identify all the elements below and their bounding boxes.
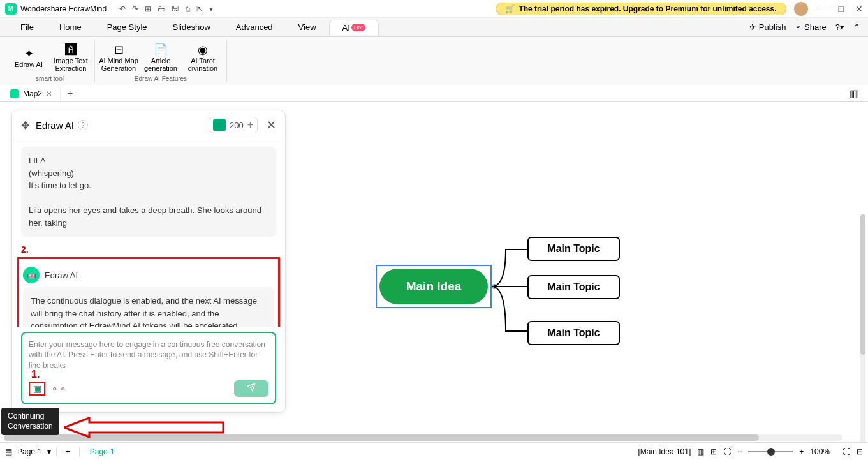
chevron-down-icon: ▾ bbox=[47, 447, 51, 456]
share-button[interactable]: ⚬ Share bbox=[795, 22, 826, 32]
msg-line: (whispering) bbox=[29, 167, 268, 180]
ribbon-group-features: Edraw AI Features bbox=[98, 75, 224, 82]
annotation-arrow bbox=[64, 415, 230, 447]
send-button[interactable] bbox=[234, 380, 268, 397]
token-counter[interactable]: 200 + bbox=[209, 117, 258, 133]
canvas[interactable]: ✥ Edraw AI ? 200 + ✕ LILA (whispering) I… bbox=[0, 102, 868, 440]
view-mode-icon[interactable]: ▥ bbox=[697, 447, 704, 456]
collapse-icon[interactable]: ⊟ bbox=[857, 447, 863, 456]
redo-icon[interactable]: ↷ bbox=[132, 4, 138, 13]
close-panel-icon[interactable]: ✕ bbox=[267, 118, 276, 132]
zoom-in-icon[interactable]: + bbox=[799, 447, 804, 456]
ribbon-group-smart: smart tool bbox=[8, 75, 92, 82]
menu-advanced[interactable]: Advanced bbox=[223, 20, 286, 34]
outline-icon[interactable]: ▤ bbox=[5, 447, 12, 456]
ai-input-box[interactable]: Enter your message here to engage in a c… bbox=[21, 332, 276, 404]
zoom-out-icon[interactable]: − bbox=[737, 447, 742, 456]
tool-edraw-ai[interactable]: ✦Edraw AI bbox=[8, 40, 50, 75]
page-tab[interactable]: Page-1 bbox=[80, 447, 125, 456]
qa-dropdown-icon[interactable]: ▾ bbox=[209, 4, 213, 13]
ai-message-block: LILA (whispering) It's time to let go. L… bbox=[21, 147, 276, 237]
menu-home[interactable]: Home bbox=[47, 20, 94, 34]
main-idea-node[interactable]: Main Idea bbox=[379, 269, 488, 304]
new-icon[interactable]: ⊞ bbox=[145, 4, 151, 13]
fit-icon[interactable]: ⛶ bbox=[723, 447, 731, 456]
export-icon[interactable]: ⇱ bbox=[196, 4, 203, 13]
fullscreen-icon[interactable]: ⛶ bbox=[842, 447, 850, 456]
ai-sender-name: Edraw AI bbox=[45, 271, 78, 280]
app-logo: M bbox=[5, 3, 17, 15]
cart-icon: 🛒 bbox=[505, 4, 515, 13]
zoom-slider[interactable] bbox=[748, 451, 793, 452]
ai-panel-header: ✥ Edraw AI ? 200 + ✕ bbox=[12, 110, 285, 140]
open-icon[interactable]: 🗁 bbox=[158, 4, 165, 13]
user-avatar[interactable] bbox=[794, 2, 808, 16]
doc-tab-label: Map2 bbox=[23, 89, 42, 98]
continuing-conversation-button[interactable]: ▣ bbox=[29, 382, 45, 396]
msg-line: LILA bbox=[29, 154, 268, 167]
grid-icon[interactable]: ⊞ bbox=[710, 447, 717, 456]
help-icon[interactable]: ? bbox=[78, 120, 88, 130]
app-name: Wondershare EdrawMind bbox=[20, 4, 107, 13]
doc-icon bbox=[10, 89, 19, 98]
topic-node[interactable]: Main Topic bbox=[527, 275, 620, 299]
token-badge-icon bbox=[213, 119, 226, 131]
minimize-icon[interactable]: — bbox=[818, 4, 827, 14]
add-tab-button[interactable]: + bbox=[61, 88, 79, 100]
ai-conversation[interactable]: LILA (whispering) It's time to let go. L… bbox=[12, 140, 285, 327]
ribbon: ✦Edraw AI 🅰Image Text Extraction smart t… bbox=[0, 37, 868, 85]
document-tabs: Map2 ✕ + ▥ bbox=[0, 85, 868, 102]
menu-view[interactable]: View bbox=[286, 20, 329, 34]
menu-ai[interactable]: AIHot bbox=[329, 20, 379, 35]
page-label: Page-1 bbox=[17, 447, 42, 456]
tool-article-gen[interactable]: 📄Article generation bbox=[140, 40, 182, 75]
undo-icon[interactable]: ↶ bbox=[119, 4, 126, 13]
print-icon[interactable]: ⎙ bbox=[186, 4, 190, 13]
tool-ai-mindmap[interactable]: ⊟AI Mind Map Generation bbox=[98, 40, 140, 75]
publish-button[interactable]: ✈ Publish bbox=[749, 22, 786, 32]
svg-marker-0 bbox=[64, 418, 223, 437]
menu-page-style[interactable]: Page Style bbox=[94, 20, 160, 34]
msg-line: It's time to let go. bbox=[29, 179, 268, 192]
collapse-ribbon-icon[interactable]: ⌃ bbox=[853, 22, 860, 32]
doc-tab-map2[interactable]: Map2 ✕ bbox=[3, 88, 61, 100]
zoom-value[interactable]: 100% bbox=[810, 447, 830, 456]
system-message: The continuous dialogue is enabled, and … bbox=[23, 287, 274, 327]
tool-image-text[interactable]: 🅰Image Text Extraction bbox=[50, 40, 92, 75]
menu-slideshow[interactable]: Slideshow bbox=[160, 20, 223, 34]
topic-node[interactable]: Main Topic bbox=[527, 237, 620, 261]
hot-badge: Hot bbox=[351, 24, 365, 31]
input-placeholder: Enter your message here to engage in a c… bbox=[29, 339, 268, 371]
tooltip-continuing-conversation: Continuing Conversation bbox=[1, 408, 59, 435]
move-icon[interactable]: ✥ bbox=[21, 119, 29, 131]
annotation-box-2: 🤖 Edraw AI The continuous dialogue is en… bbox=[17, 257, 280, 327]
tooltip-line: Continuing bbox=[8, 412, 53, 422]
menu-bar: File Home Page Style Slideshow Advanced … bbox=[0, 18, 868, 37]
title-bar: M Wondershare EdrawMind ↶ ↷ ⊞ 🗁 🖫 ⎙ ⇱ ▾ … bbox=[0, 0, 868, 18]
ai-input-area: Enter your message here to engage in a c… bbox=[12, 327, 285, 412]
token-count: 200 bbox=[230, 121, 244, 130]
help-icon[interactable]: ?▾ bbox=[835, 22, 844, 32]
add-page-button[interactable]: + bbox=[57, 447, 80, 456]
menu-file[interactable]: File bbox=[8, 20, 47, 34]
msg-line: Lila opens her eyes and takes a deep bre… bbox=[29, 204, 268, 229]
ai-panel-title: Edraw AI bbox=[36, 120, 74, 131]
ai-panel: ✥ Edraw AI ? 200 + ✕ LILA (whispering) I… bbox=[11, 110, 286, 413]
bot-avatar-icon: 🤖 bbox=[23, 267, 40, 283]
add-tokens-icon[interactable]: + bbox=[247, 119, 253, 131]
annotation-label-2: 2. bbox=[21, 244, 276, 255]
trial-banner[interactable]: 🛒 The trial period has expired. Upgrade … bbox=[496, 3, 786, 15]
maximize-icon[interactable]: □ bbox=[839, 4, 844, 14]
options-icon[interactable]: ⚬⚬ bbox=[50, 383, 67, 395]
tool-tarot[interactable]: ◉AI Tarot divination bbox=[182, 40, 224, 75]
selection-context: [Main Idea 101] bbox=[638, 447, 691, 456]
tooltip-line: Conversation bbox=[8, 422, 53, 432]
annotation-label-1: 1. bbox=[31, 369, 40, 380]
close-tab-icon[interactable]: ✕ bbox=[46, 89, 52, 98]
topic-node[interactable]: Main Topic bbox=[527, 321, 620, 345]
close-window-icon[interactable]: ✕ bbox=[855, 4, 863, 14]
vertical-scrollbar[interactable] bbox=[860, 214, 865, 460]
panel-toggle-icon[interactable]: ▥ bbox=[843, 87, 865, 100]
save-icon[interactable]: 🖫 bbox=[172, 4, 179, 13]
page-dropdown[interactable]: Page-1 ▾ bbox=[12, 447, 57, 456]
